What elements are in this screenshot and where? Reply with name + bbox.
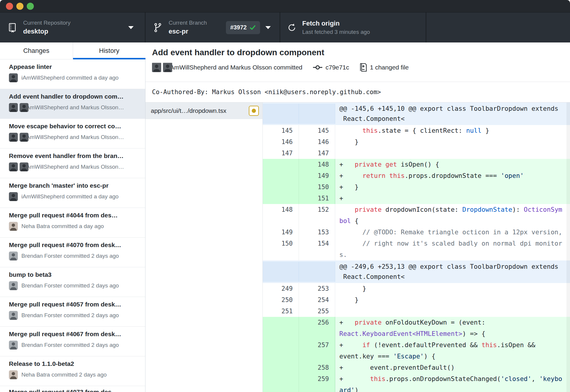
diff-code: + event.preventDefault() bbox=[335, 362, 570, 373]
diff-code: + } bbox=[335, 181, 570, 193]
pull-request-number: #3972 bbox=[230, 24, 247, 31]
zoom-window-button[interactable] bbox=[27, 3, 34, 10]
avatar bbox=[20, 133, 28, 142]
commit-list-meta: iAmWillShepherd and Markus Olsson… bbox=[25, 164, 124, 170]
close-window-button[interactable] bbox=[6, 3, 13, 10]
title-bar[interactable] bbox=[0, 0, 570, 12]
diff-row-add: 149+ return this.props.dropdownState ===… bbox=[263, 170, 570, 181]
current-branch-label: Current Branch bbox=[169, 19, 207, 26]
commit-list-meta: Brendan Forster committed 2 days ago bbox=[21, 342, 119, 348]
old-line-number bbox=[263, 262, 299, 282]
fetch-origin-title: Fetch origin bbox=[302, 19, 370, 28]
old-line-number bbox=[263, 181, 299, 193]
avatar bbox=[9, 281, 18, 290]
commit-list-item[interactable]: bump to beta3 Brendan Forster committed … bbox=[0, 267, 145, 297]
author-avatars bbox=[9, 311, 18, 320]
tab-history[interactable]: History bbox=[73, 42, 146, 59]
commit-list-title: Appease linter bbox=[9, 63, 140, 70]
file-list-item[interactable]: app/src/ui/t…/dropdown.tsx bbox=[145, 102, 262, 119]
diff-row-add: 256+ private onFoldoutKeyDown = (event:R… bbox=[263, 317, 570, 339]
author-avatars bbox=[9, 103, 21, 112]
new-line-number: 151 bbox=[299, 193, 335, 204]
author-avatars bbox=[9, 133, 21, 142]
diff-row-context: 148152 private dropdownIcon(state: Dropd… bbox=[263, 204, 570, 227]
commit-list-item[interactable]: Merge pull request #4044 from des… Neha … bbox=[0, 208, 145, 238]
diff-code bbox=[335, 306, 570, 317]
commit-list-item[interactable]: Merge branch 'master' into esc-pr iAmWil… bbox=[0, 178, 145, 208]
fetch-origin-button[interactable]: Fetch origin Last fetched 3 minutes ago bbox=[280, 12, 426, 42]
avatar bbox=[20, 103, 28, 112]
diff-scrollbar[interactable] bbox=[566, 102, 570, 392]
author-avatars bbox=[9, 252, 18, 260]
old-line-number bbox=[263, 159, 299, 170]
commit-list-meta: Brendan Forster committed 2 days ago bbox=[21, 312, 119, 319]
avatar bbox=[9, 73, 18, 82]
commit-list-item[interactable]: Remove event handler from the bran… iAmW… bbox=[0, 148, 145, 178]
diff-row-context: 146146 } bbox=[263, 136, 570, 148]
new-line-number bbox=[299, 262, 335, 282]
author-avatars bbox=[9, 162, 21, 171]
changed-files-panel: app/src/ui/t…/dropdown.tsx bbox=[145, 102, 263, 392]
diff-code: // right now it's scaled badly on normal… bbox=[335, 238, 570, 260]
author-avatars bbox=[9, 222, 18, 231]
commit-list-meta: iAmWillShepherd and Markus Olsson… bbox=[25, 134, 124, 140]
avatar bbox=[163, 62, 172, 73]
old-line-number: 251 bbox=[263, 306, 299, 317]
commit-list-title: Add event handler to dropdown com… bbox=[9, 93, 140, 100]
old-line-number bbox=[263, 339, 299, 362]
commit-list-item[interactable]: Merge pull request #4073 from des… bbox=[0, 386, 145, 392]
avatar bbox=[9, 370, 18, 379]
new-line-number: 145 bbox=[299, 125, 335, 136]
current-branch-button[interactable]: Current Branch esc-pr #3972 bbox=[145, 12, 280, 42]
old-line-number bbox=[263, 193, 299, 204]
commit-sha[interactable]: c79e71c bbox=[326, 64, 349, 71]
avatar bbox=[9, 311, 18, 320]
sync-icon bbox=[287, 23, 296, 32]
new-line-number: 154 bbox=[299, 238, 335, 260]
current-repository-label: Current Repository bbox=[23, 19, 70, 26]
new-line-number: 147 bbox=[299, 148, 335, 159]
chevron-down-icon bbox=[128, 26, 134, 29]
commit-list-title: Merge branch 'master' into esc-pr bbox=[9, 182, 140, 189]
diff-code: + this.props.onDropdownStateChanged('clo… bbox=[335, 373, 570, 392]
new-line-number bbox=[299, 104, 335, 124]
pull-request-badge[interactable]: #3972 bbox=[226, 21, 260, 34]
commit-list-item[interactable]: Move escape behavior to correct co… iAmW… bbox=[0, 119, 145, 148]
changed-files-count: 1 changed file bbox=[370, 64, 409, 71]
diff-row-hunk: @@ -145,6 +145,10 @@ export class Toolba… bbox=[263, 102, 570, 125]
old-line-number: 146 bbox=[263, 136, 299, 148]
author-avatars bbox=[9, 370, 18, 379]
diff-row-context: 149153 // @TODO: Remake triangle octicon… bbox=[263, 227, 570, 238]
commit-list-title: Move escape behavior to correct co… bbox=[9, 123, 140, 130]
commit-list-item[interactable]: Appease linter iAmWillShepherd committed… bbox=[0, 59, 145, 89]
commit-list-item[interactable]: Merge pull request #4057 from desk… Bren… bbox=[0, 297, 145, 327]
tab-changes[interactable]: Changes bbox=[0, 42, 73, 59]
commit-list-item[interactable]: Merge pull request #4070 from desk… Bren… bbox=[0, 238, 145, 267]
new-line-number: 149 bbox=[299, 170, 335, 181]
diff-row-add: 258+ event.preventDefault() bbox=[263, 362, 570, 373]
avatar bbox=[9, 162, 18, 171]
current-repository-button[interactable]: Current Repository desktop bbox=[0, 12, 145, 42]
commit-list-item[interactable]: Release to 1.1.0-beta2 Neha Batra commit… bbox=[0, 356, 145, 386]
file-diff-icon bbox=[359, 63, 367, 72]
commit-list-title: Merge pull request #4073 from des… bbox=[9, 388, 140, 392]
author-avatars bbox=[9, 341, 18, 350]
diff-row-context: 147147 bbox=[263, 148, 570, 159]
diff-code: @@ -145,6 +145,10 @@ export class Toolba… bbox=[335, 104, 570, 124]
diff-code: } bbox=[335, 294, 570, 306]
tab-changes-label: Changes bbox=[23, 47, 49, 55]
tab-history-label: History bbox=[99, 47, 119, 55]
commit-list-item[interactable]: Add event handler to dropdown com… iAmWi… bbox=[0, 89, 145, 119]
new-line-number: 153 bbox=[299, 227, 335, 238]
commit-list-title: Merge pull request #4070 from desk… bbox=[9, 241, 140, 249]
diff-code: + return this.props.dropdownState === 'o… bbox=[335, 170, 570, 181]
commit-list-meta: Brendan Forster committed 2 days ago bbox=[21, 282, 119, 289]
old-line-number bbox=[263, 373, 299, 392]
commit-list-meta: Brendan Forster committed 2 days ago bbox=[21, 253, 119, 259]
commit-list-item[interactable]: Merge pull request #4067 from desk… Bren… bbox=[0, 327, 145, 356]
diff-row-context: 150154 // right now it's scaled badly on… bbox=[263, 238, 570, 260]
commit-list-title: Merge pull request #4044 from des… bbox=[9, 212, 140, 219]
commit-list-title: Release to 1.1.0-beta2 bbox=[9, 360, 140, 367]
avatar bbox=[9, 252, 18, 260]
minimize-window-button[interactable] bbox=[16, 3, 23, 10]
